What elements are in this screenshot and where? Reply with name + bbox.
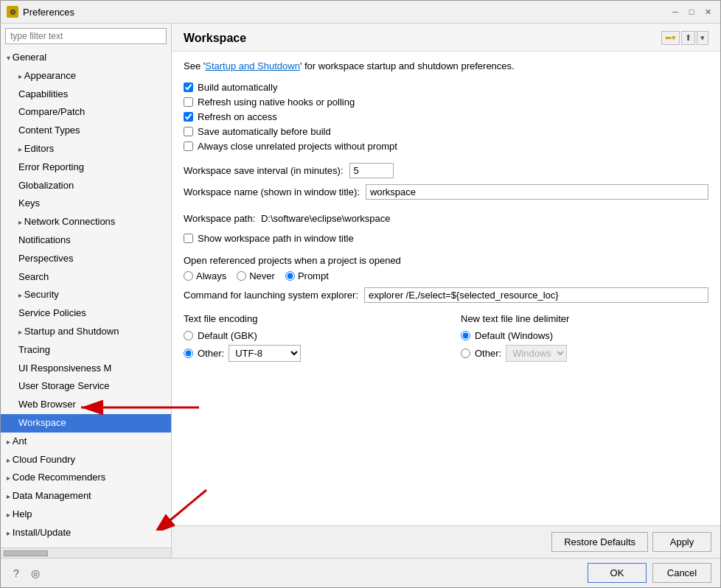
encoding-other-radio[interactable] [184,349,193,358]
refresh-native-checkbox[interactable] [184,97,193,107]
filter-input[interactable] [5,28,167,44]
info-prefix: See ' [184,60,205,71]
tree-item-user-storage[interactable]: User Storage Service [1,377,171,396]
close-unrelated-label: Always close unrelated projects without … [198,141,397,152]
close-unrelated-checkbox[interactable] [184,141,193,151]
tree-item-compare-patch[interactable]: Compare/Patch [1,103,171,122]
tree-item-ui-responsiveness[interactable]: UI Responsiveness M [1,360,171,378]
build-auto-label: Build automatically [198,82,277,93]
tree-item-error-reporting[interactable]: Error Reporting [1,158,171,177]
nav-dropdown-button[interactable]: ▾ [697,31,708,45]
app-icon: ⚙ [7,6,18,18]
startup-shutdown-link[interactable]: Startup and Shutdown [205,60,300,71]
encoding-default-label: Default (GBK) [198,330,257,341]
back-button[interactable]: ⬅▾ [661,31,680,45]
workspace-name-input[interactable] [366,184,708,200]
save-interval-label: Workspace save interval (in minutes): [184,165,344,176]
tree-item-capabilities[interactable]: Capabilities [1,85,171,104]
ok-button[interactable]: OK [588,563,647,583]
save-auto-checkbox[interactable] [184,127,193,136]
tree-item-search[interactable]: Search [1,268,171,287]
encoding-other-label: Other: [198,348,224,359]
tree-item-keys[interactable]: Keys [1,195,171,213]
tree-item-workspace[interactable]: Workspace [1,414,171,433]
forward-button[interactable]: ⬆ [681,31,695,45]
minimize-button[interactable]: ─ [669,5,682,18]
tree-item-web-browser[interactable]: Web Browser [1,396,171,414]
tree-item-editors[interactable]: Editors [1,140,171,158]
window-controls: ─ □ ✕ [669,5,714,18]
tree-item-general[interactable]: General [1,49,171,67]
titlebar-left: ⚙ Preferences [7,6,74,18]
radio-prompt-input[interactable] [285,271,295,281]
tree-item-install-update[interactable]: Install/Update [1,524,171,542]
checkbox-save-auto: Save automatically before build [184,126,708,137]
line-delimiter-block: New text file line delimiter Default (Wi… [461,313,708,365]
maximize-button[interactable]: □ [685,5,698,18]
build-auto-checkbox[interactable] [184,83,193,92]
radio-never-input[interactable] [237,271,246,281]
window-title: Preferences [23,7,74,18]
tree-item-content-types[interactable]: Content Types [1,122,171,140]
encoding-other-select[interactable]: UTF-8 UTF-16 ISO-8859-1 [229,345,301,362]
tree-item-tracing[interactable]: Tracing [1,341,171,360]
line-other-label: Other: [475,348,501,359]
radio-always-input[interactable] [184,271,193,281]
cancel-button[interactable]: Cancel [652,563,711,583]
checkbox-refresh-native: Refresh using native hooks or polling [184,97,708,108]
page-title: Workspace [184,32,246,45]
line-other-radio[interactable] [461,349,470,358]
titlebar: ⚙ Preferences ─ □ ✕ [1,1,720,24]
refresh-access-checkbox[interactable] [184,112,193,122]
tree-item-network-connections[interactable]: Network Connections [1,213,171,231]
line-other-select: Windows [506,345,567,362]
right-panel: Workspace ⬅▾ ⬆ ▾ See 'Startup and Shutdo… [172,24,720,558]
tree-item-service-policies[interactable]: Service Policies [1,304,171,323]
horizontal-scrollbar[interactable] [1,547,171,558]
tree-item-appearance[interactable]: Appearance [1,67,171,85]
show-path-checkbox[interactable] [184,234,193,243]
tree-item-startup-shutdown[interactable]: Startup and Shutdown [1,323,171,341]
encoding-default-radio[interactable] [184,331,193,340]
tree-item-notifications[interactable]: Notifications [1,231,171,250]
preferences-window: ⚙ Preferences ─ □ ✕ General Appearance C… [0,0,721,588]
help-icon[interactable]: ? [10,567,23,580]
tree-item-data-management[interactable]: Data Management [1,487,171,505]
command-row: Command for launching system explorer: [184,287,708,303]
tree-item-ant[interactable]: Ant [1,433,171,451]
line-default-row: Default (Windows) [461,330,708,341]
encoding-other-row: Other: UTF-8 UTF-16 ISO-8859-1 [184,345,431,362]
tree-item-code-recommenders[interactable]: Code Recommenders [1,469,171,487]
tree-item-java[interactable]: Java [1,542,171,547]
radio-never-label: Never [249,270,275,281]
action-buttons-bar: Restore Defaults Apply [172,525,720,558]
line-default-radio[interactable] [461,331,470,340]
save-interval-input[interactable] [349,163,394,178]
tree-container: General Appearance Capabilities Compare/… [1,49,171,547]
tree-item-help[interactable]: Help [1,505,171,524]
tree-item-perspectives[interactable]: Perspectives [1,250,171,268]
save-interval-row: Workspace save interval (in minutes): [184,163,708,178]
main-content: General Appearance Capabilities Compare/… [1,24,720,558]
tree-item-security[interactable]: Security [1,286,171,304]
open-referenced-label: Open referenced projects when a project … [184,255,708,266]
tree-item-globalization[interactable]: Globalization [1,177,171,195]
checkbox-refresh-access: Refresh on access [184,111,708,122]
workspace-path-value: D:\software\eclipse\workspace [261,213,391,224]
refresh-native-label: Refresh using native hooks or polling [198,97,355,108]
footer-bar: ? ◎ OK Cancel [1,558,720,587]
text-encoding-block: Text file encoding Default (GBK) Other: … [184,313,431,365]
info-icon[interactable]: ◎ [29,567,42,580]
restore-defaults-button[interactable]: Restore Defaults [551,532,648,552]
line-default-label: Default (Windows) [475,330,553,341]
command-input[interactable] [364,287,708,303]
right-body: See 'Startup and Shutdown' for workspace… [172,52,720,525]
apply-button[interactable]: Apply [652,532,711,552]
encoding-default-row: Default (GBK) [184,330,431,341]
close-button[interactable]: ✕ [701,5,714,18]
radio-prompt: Prompt [285,270,329,281]
show-path-label: Show workspace path in window title [198,233,354,244]
tree-item-cloud-foundry[interactable]: Cloud Foundry [1,451,171,469]
checkbox-build-auto: Build automatically [184,82,708,93]
info-text: See 'Startup and Shutdown' for workspace… [184,60,708,71]
